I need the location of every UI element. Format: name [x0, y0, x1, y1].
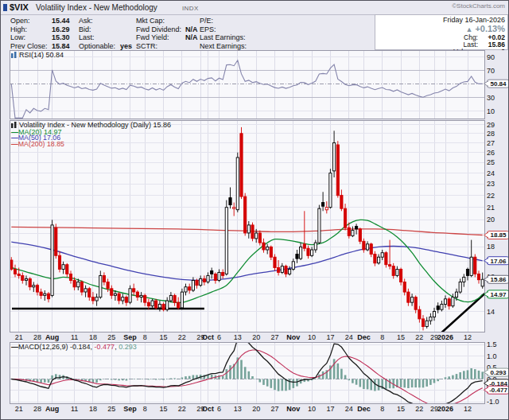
quote-value: N/A — [185, 25, 198, 33]
svg-text:13: 13 — [234, 405, 242, 413]
quote-label: Open: — [10, 17, 52, 25]
indicator-icon — [11, 52, 17, 59]
rsi-legend: RSI(14) 50.84 — [11, 52, 64, 59]
quote-label: High: — [10, 25, 52, 34]
symbol-name: Volatility Index - New Methodology — [36, 3, 157, 12]
up-triangle-icon: ▲ — [465, 25, 472, 33]
quote-label: Ask: — [79, 17, 120, 25]
svg-text:-0.477: -0.477 — [489, 387, 507, 394]
quote-date: Friday 16-Jan-2026 — [378, 16, 505, 24]
title-bar: $VIX Volatility Index - New Methodology … — [1, 1, 509, 15]
percent-change-value: +0.13% — [475, 24, 505, 33]
svg-text:22: 22 — [178, 333, 186, 341]
svg-text:22: 22 — [487, 192, 495, 200]
quote-column: Ask:Bid:Last:Optionable:yes — [79, 17, 136, 50]
percent-change: ▲ +0.13% — [378, 24, 505, 34]
svg-text:-1.0: -1.0 — [487, 398, 499, 406]
quote-label: Fwd Dividend: — [136, 25, 185, 34]
macd-value: 0.293 — [119, 343, 137, 351]
quote-field: Mkt Cap: — [136, 17, 200, 25]
quote-field: Fwd Yield:N/A — [136, 33, 200, 42]
svg-text:22: 22 — [415, 333, 423, 341]
svg-text:24: 24 — [487, 169, 495, 177]
quote-label: EPS: — [200, 25, 252, 34]
quote-stat: Last:15.86 — [378, 41, 505, 49]
quote-field: Bid: — [79, 25, 136, 34]
quote-label: Fwd Yield: — [136, 33, 185, 42]
quote-label: Last: — [79, 33, 120, 42]
svg-text:Aug: Aug — [45, 405, 60, 413]
svg-text:Sep: Sep — [123, 333, 137, 341]
svg-text:14: 14 — [487, 308, 495, 316]
svg-text:11: 11 — [71, 333, 78, 341]
svg-text:0.293: 0.293 — [490, 369, 507, 376]
macd-legend-values: -0.184, -0.477, 0.293 — [70, 343, 137, 351]
svg-text:8: 8 — [143, 405, 147, 413]
quote-box: Friday 16-Jan-2026 ▲ +0.13% Chg:+0.02Las… — [375, 14, 508, 50]
price-bubble: 18.85 — [484, 231, 509, 239]
svg-text:21: 21 — [15, 405, 23, 413]
svg-text:22: 22 — [415, 405, 423, 413]
quote-field: High:16.29 — [10, 25, 79, 34]
quote-value: 15.30 — [52, 33, 70, 41]
macd-legend-label: MACD(12,26,9) — [18, 343, 68, 351]
macd-value: -0.477 — [95, 343, 115, 351]
svg-text:2026: 2026 — [437, 333, 453, 341]
line-icon: — — [11, 343, 17, 351]
svg-text:50.84: 50.84 — [490, 80, 507, 88]
quote-field: EPS: — [200, 25, 279, 34]
svg-text:28: 28 — [33, 333, 41, 341]
svg-text:8: 8 — [380, 405, 384, 413]
svg-text:28: 28 — [487, 130, 495, 138]
svg-text:20: 20 — [252, 405, 260, 413]
svg-text:Aug: Aug — [45, 333, 60, 341]
svg-text:15: 15 — [160, 405, 168, 413]
stockcharts-page: $VIX Volatility Index - New Methodology … — [0, 0, 509, 420]
svg-text:20: 20 — [252, 333, 260, 341]
quote-column: P/E:EPS:Last Earnings:Next Earnings: — [200, 17, 279, 50]
quote-field: Prev Close:15.84 — [10, 42, 79, 51]
price-bubble: 15.86 — [484, 275, 509, 283]
svg-text:15: 15 — [160, 333, 168, 341]
quote-value: 15.44 — [52, 17, 70, 25]
svg-text:22: 22 — [178, 405, 186, 413]
svg-text:26: 26 — [487, 149, 495, 157]
svg-text:12: 12 — [464, 333, 472, 341]
svg-text:10: 10 — [308, 405, 316, 413]
quote-label: Next Earnings: — [200, 42, 252, 51]
svg-text:8: 8 — [143, 333, 147, 341]
quote-label: Low: — [10, 33, 52, 42]
quote-label: Optionable: — [79, 42, 120, 51]
price-legend-last: 15.86 — [153, 121, 172, 129]
ma-legend-text: MA(200) 18.85 — [18, 140, 64, 148]
quote-field: Low:15.30 — [10, 33, 79, 42]
svg-text:17.06: 17.06 — [490, 258, 507, 265]
quote-value: 16.29 — [52, 25, 70, 33]
ma-legend-rows: —MA(20) 14.97—MA(50) 17.06—MA(200) 18.85 — [11, 130, 171, 148]
svg-text:27: 27 — [487, 139, 495, 147]
svg-text:23: 23 — [487, 180, 495, 188]
quote-column: Mkt Cap:Fwd Dividend:N/AFwd Yield:N/ASCT… — [136, 17, 200, 50]
quote-field: Next Earnings: — [200, 42, 279, 51]
quote-field: P/E: — [200, 17, 279, 25]
quote-stat: Chg:+0.02 — [378, 34, 505, 41]
quote-label: Prev Close: — [10, 42, 52, 51]
svg-text:24: 24 — [345, 405, 353, 413]
rsi-legend-label: RSI(14) — [19, 51, 44, 59]
svg-text:30: 30 — [487, 94, 495, 102]
svg-text:25: 25 — [487, 158, 495, 166]
svg-text:10: 10 — [487, 107, 495, 115]
quote-field: Ask: — [79, 17, 136, 25]
svg-text:15: 15 — [397, 333, 405, 341]
svg-text:Dec: Dec — [357, 405, 371, 413]
svg-text:25: 25 — [107, 405, 115, 413]
svg-text:8: 8 — [380, 333, 384, 341]
price-bubble: 14.97 — [484, 290, 509, 298]
svg-text:21: 21 — [487, 204, 495, 212]
quote-field: Optionable:yes — [79, 42, 136, 51]
copyright: ©StockCharts.com — [452, 2, 505, 10]
line-icon: — — [11, 140, 17, 148]
quote-value: yes — [120, 42, 132, 50]
price-bubble: -0.477 — [484, 386, 509, 394]
quote-column: Open:15.44High:16.29Low:15.30Prev Close:… — [10, 17, 79, 50]
